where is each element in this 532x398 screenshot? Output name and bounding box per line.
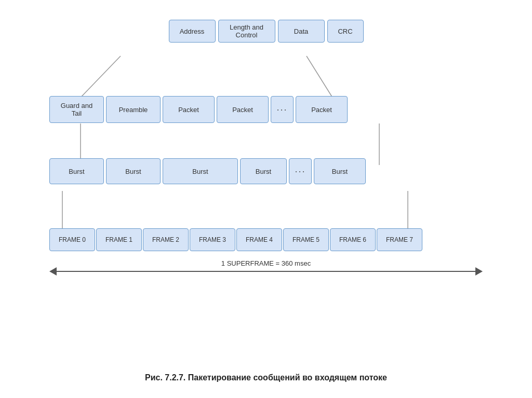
burst-row: Burst Burst Burst Burst ··· Burst — [49, 158, 366, 184]
svg-line-1 — [307, 56, 332, 98]
burst-box-5: Burst — [314, 158, 366, 184]
burst-box-2: Burst — [106, 158, 161, 184]
frame-5-box: FRAME 5 — [283, 228, 329, 251]
frame-4-box: FRAME 4 — [236, 228, 282, 251]
dots-2: ··· — [289, 158, 312, 184]
caption: Рис. 7.2.7. Пакетирование сообщений во в… — [0, 373, 532, 382]
burst-box-4: Burst — [240, 158, 287, 184]
crc-box: CRC — [327, 20, 364, 43]
packet-structure-row: Address Length andControl Data CRC — [0, 20, 532, 43]
frame-2-box: FRAME 2 — [143, 228, 189, 251]
frame-3-box: FRAME 3 — [190, 228, 235, 251]
burst-box-3: Burst — [163, 158, 238, 184]
address-box: Address — [169, 20, 216, 43]
superframe-arrow — [49, 267, 483, 276]
data-box: Data — [278, 20, 325, 43]
packet-box-1: Packet — [163, 96, 215, 123]
burst-structure-row: Guard andTail Preamble Packet Packet ···… — [49, 96, 348, 123]
frames-row: FRAME 0 FRAME 1 FRAME 2 FRAME 3 FRAME 4 … — [49, 228, 422, 251]
packet-box-2: Packet — [217, 96, 269, 123]
superframe-label: 1 SUPERFRAME = 360 msec — [49, 258, 483, 268]
frame-1-box: FRAME 1 — [96, 228, 142, 251]
frame-7-box: FRAME 7 — [377, 228, 422, 251]
frame-0-box: FRAME 0 — [49, 228, 95, 251]
dots-1: ··· — [271, 96, 294, 123]
guard-tail-box: Guard andTail — [49, 96, 104, 123]
preamble-box: Preamble — [106, 96, 161, 123]
length-control-box: Length andControl — [218, 20, 275, 43]
connectors — [0, 0, 532, 398]
svg-line-0 — [81, 56, 121, 98]
burst-box-1: Burst — [49, 158, 104, 184]
frame-6-box: FRAME 6 — [330, 228, 376, 251]
packet-box-3: Packet — [296, 96, 348, 123]
